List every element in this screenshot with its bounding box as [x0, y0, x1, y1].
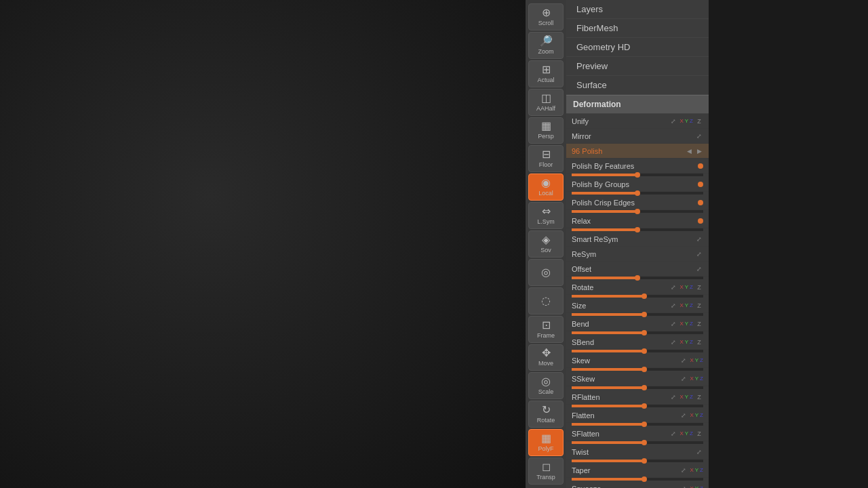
sskew-resize[interactable]: ⤢	[679, 375, 688, 383]
bend-controls: ⤢ XYZ Z	[669, 320, 703, 328]
unify-item[interactable]: Unify ⤢ XYZ Z	[566, 114, 709, 129]
twist-item[interactable]: Twist ⤢	[566, 445, 709, 460]
polish-crisp-slider[interactable]	[572, 210, 703, 213]
surface-menu-item[interactable]: Surface	[566, 76, 709, 95]
polish-features-item[interactable]: Polish By Features	[566, 159, 709, 174]
bend-resize[interactable]: ⤢	[669, 320, 677, 328]
size-slider[interactable]	[572, 313, 703, 316]
g1-tool[interactable]: ◎	[528, 259, 564, 286]
smart-resym-resize[interactable]: ⤢	[695, 235, 703, 243]
skew-item[interactable]: Skew ⤢ XYZ	[566, 353, 709, 368]
bend-slider[interactable]	[572, 331, 703, 334]
resize-icon[interactable]: ⤢	[669, 117, 677, 125]
mirror-label: Mirror	[572, 132, 695, 140]
smart-resym-item[interactable]: Smart ReSym ⤢	[566, 232, 709, 247]
smart-resym-controls: ⤢	[695, 235, 703, 243]
polish-crisp-item[interactable]: Polish Crisp Edges	[566, 195, 709, 210]
bend-item[interactable]: Bend ⤢ XYZ Z	[566, 317, 709, 331]
flatten-resize[interactable]: ⤢	[679, 411, 688, 420]
persp-icon: ▦	[541, 121, 551, 131]
rotate-deform-item[interactable]: Rotate ⤢ XYZ Z	[566, 280, 709, 295]
skew-slider[interactable]	[572, 368, 703, 371]
actual-label: Actual	[537, 77, 554, 83]
layers-menu-item[interactable]: Layers	[566, 0, 709, 19]
resym-resize[interactable]: ⤢	[695, 250, 703, 258]
sbend-z[interactable]: Z	[695, 338, 703, 346]
sskew-fill	[572, 386, 644, 389]
polish-right-arrow[interactable]: ▶	[695, 147, 703, 155]
polish-features-slider[interactable]	[572, 174, 703, 176]
rflatten-item[interactable]: RFlatten ⤢ XYZ Z	[566, 390, 709, 405]
rotate-tool[interactable]: ↻ Rotate	[528, 401, 564, 428]
rflatten-resize[interactable]: ⤢	[669, 393, 677, 401]
sbend-slider[interactable]	[572, 350, 703, 352]
sflatten-resize[interactable]: ⤢	[669, 430, 677, 438]
polish-groups-item[interactable]: Polish By Groups	[566, 177, 709, 192]
offset-item[interactable]: Offset ⤢	[566, 262, 709, 277]
relax-item[interactable]: Relax	[566, 214, 709, 228]
sbend-resize[interactable]: ⤢	[669, 338, 677, 346]
polish-item[interactable]: 96 Polish ◀ ▶	[566, 144, 709, 159]
polish-left-arrow[interactable]: ◀	[685, 147, 693, 155]
sskew-slider[interactable]	[572, 386, 703, 389]
aahalf-tool[interactable]: ◫ AAHalf	[528, 89, 564, 116]
squeeze-resize[interactable]: ⤢	[679, 485, 688, 489]
scroll-tool[interactable]: ⊕ Scroll	[528, 3, 564, 30]
squeeze-item[interactable]: Squeeze ⤢ XYZ	[566, 481, 709, 488]
resym-item[interactable]: ReSym ⤢	[566, 247, 709, 262]
rflatten-slider[interactable]	[572, 405, 703, 407]
skew-resize[interactable]: ⤢	[679, 357, 688, 365]
size-resize[interactable]: ⤢	[669, 302, 677, 310]
flatten-item[interactable]: Flatten ⤢ XYZ	[566, 408, 709, 423]
local-tool[interactable]: ◉ Local	[528, 174, 564, 201]
sflatten-item[interactable]: SFlatten ⤢ XYZ Z	[566, 426, 709, 441]
sbend-item[interactable]: SBend ⤢ XYZ Z	[566, 335, 709, 350]
sflatten-slider[interactable]	[572, 441, 703, 444]
frame-tool[interactable]: ⊡ Frame	[528, 316, 564, 343]
rotate-resize[interactable]: ⤢	[669, 283, 677, 291]
g2-tool[interactable]: ◌	[528, 287, 564, 314]
transp-label: Transp	[536, 474, 555, 481]
frame-icon: ⊡	[542, 320, 551, 331]
twist-slider[interactable]	[572, 460, 703, 462]
persp-tool[interactable]: ▦ Persp	[528, 117, 564, 144]
polyf-tool[interactable]: ▦ PolyF	[528, 429, 564, 456]
scale-tool[interactable]: ◎ Scale	[528, 372, 564, 399]
sbend-fill	[572, 350, 644, 352]
offset-slider[interactable]	[572, 277, 703, 279]
taper-resize[interactable]: ⤢	[679, 466, 688, 474]
rflatten-z[interactable]: Z	[695, 393, 703, 401]
twist-resize[interactable]: ⤢	[695, 448, 703, 456]
zoom-tool[interactable]: 🔎 Zoom	[528, 32, 564, 59]
relax-slider[interactable]	[572, 228, 703, 231]
zoom-icon: 🔎	[539, 36, 553, 47]
relax-label: Relax	[572, 217, 695, 225]
actual-tool[interactable]: ⊞ Actual	[528, 60, 564, 87]
fibermesh-menu-item[interactable]: FiberMesh	[566, 19, 709, 38]
mirror-item[interactable]: Mirror ⤢	[566, 129, 709, 144]
move-tool[interactable]: ✥ Move	[528, 344, 564, 371]
z-ctrl[interactable]: Z	[695, 117, 703, 125]
taper-item[interactable]: Taper ⤢ XYZ	[566, 463, 709, 478]
polish-groups-slider[interactable]	[572, 192, 703, 195]
floor-tool[interactable]: ⊟ Floor	[528, 145, 564, 172]
size-z[interactable]: Z	[695, 302, 703, 310]
main-viewport[interactable]	[0, 0, 526, 488]
transp-tool[interactable]: ◻ Transp	[528, 458, 564, 485]
flatten-slider[interactable]	[572, 423, 703, 426]
deformation-section-header[interactable]: Deformation	[566, 95, 709, 114]
size-item[interactable]: Size ⤢ XYZ Z	[566, 298, 709, 313]
taper-slider[interactable]	[572, 478, 703, 481]
geometryhd-menu-item[interactable]: Geometry HD	[566, 38, 709, 57]
mirror-resize-icon[interactable]: ⤢	[695, 132, 703, 140]
rotate-slider[interactable]	[572, 295, 703, 298]
lsym-tool[interactable]: ⇔ L.Sym	[528, 202, 564, 229]
sflatten-z[interactable]: Z	[695, 430, 703, 438]
sov-tool[interactable]: ◈ Sov	[528, 230, 564, 258]
preview-menu-item[interactable]: Preview	[566, 57, 709, 76]
sskew-item[interactable]: SSkew ⤢ XYZ	[566, 371, 709, 386]
offset-resize[interactable]: ⤢	[695, 265, 703, 273]
bend-z[interactable]: Z	[695, 320, 703, 328]
rotate-icon: ↻	[542, 405, 551, 415]
rotate-z[interactable]: Z	[695, 283, 703, 291]
